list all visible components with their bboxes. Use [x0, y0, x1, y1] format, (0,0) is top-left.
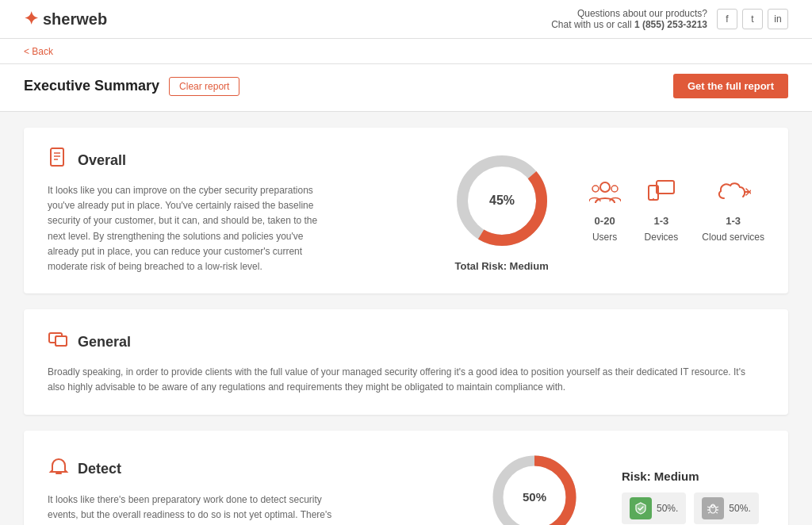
- detect-left: Detect It looks like there's been prepar…: [48, 456, 447, 525]
- overall-stats: 0-20 Users 1-3 Devices: [589, 179, 764, 243]
- nav-bar: < Back: [0, 39, 812, 64]
- linkedin-icon[interactable]: in: [768, 9, 788, 29]
- svg-rect-18: [56, 336, 67, 346]
- cloud-icon: [716, 179, 751, 210]
- svg-point-8: [592, 186, 599, 192]
- facebook-icon[interactable]: f: [717, 9, 737, 29]
- main-content: Overall It looks like you can improve on…: [0, 112, 812, 525]
- risk-area: Risk: Medium 50%.: [622, 469, 764, 524]
- svg-point-7: [600, 182, 610, 192]
- svg-text:50%: 50%: [523, 490, 546, 504]
- risk-badges: 50%.: [622, 492, 764, 524]
- shield-check-icon: [630, 497, 652, 519]
- overall-description: It looks like you can improve on the cyb…: [48, 183, 333, 274]
- general-card: General Broadly speaking, in order to pr…: [24, 309, 788, 414]
- svg-point-23: [710, 505, 716, 513]
- get-full-report-button[interactable]: Get the full report: [673, 74, 788, 98]
- cloud-range: 1-3: [726, 215, 741, 227]
- overall-donut-area: 45% Total Risk: Medium: [446, 149, 557, 272]
- top-bar: ✦ sherweb Questions about our products? …: [0, 0, 812, 39]
- svg-line-29: [716, 512, 718, 513]
- overall-title: Overall: [78, 152, 126, 169]
- detect-title: Detect: [78, 461, 121, 477]
- social-icons: f t in: [717, 9, 788, 29]
- overall-section: Overall It looks like you can improve on…: [48, 147, 764, 274]
- general-heading: General: [48, 328, 764, 355]
- page-title: Executive Summary: [24, 78, 159, 94]
- detect-donut-chart: 50%: [487, 450, 582, 526]
- detect-donut-area: 50%: [479, 450, 590, 526]
- svg-text:45%: 45%: [489, 194, 515, 207]
- risk-title: Risk: Medium: [622, 469, 764, 483]
- stat-cloud: 1-3 Cloud services: [702, 179, 764, 243]
- bug-icon: [702, 497, 724, 519]
- risk-badge-bug: 50%.: [694, 492, 758, 524]
- cloud-label: Cloud services: [702, 232, 764, 243]
- general-icon: [48, 328, 70, 355]
- risk-badge-shield-value: 50%.: [657, 503, 678, 514]
- svg-line-25: [716, 507, 718, 508]
- risk-badge-shield: 50%.: [622, 492, 686, 524]
- svg-rect-10: [657, 181, 674, 194]
- top-right-area: Questions about our products? Chat with …: [551, 8, 788, 30]
- svg-rect-0: [51, 148, 63, 166]
- risk-badge-bug-value: 50%.: [729, 503, 750, 514]
- page-title-area: Executive Summary Clear report: [24, 77, 239, 96]
- overall-risk-label: Total Risk: Medium: [455, 260, 549, 272]
- svg-line-28: [708, 512, 710, 513]
- svg-line-24: [707, 507, 710, 508]
- overall-card: Overall It looks like you can improve on…: [24, 128, 788, 293]
- devices-icon: [645, 179, 677, 210]
- svg-point-9: [611, 186, 618, 192]
- twitter-icon[interactable]: t: [742, 9, 763, 29]
- contact-info: Questions about our products? Chat with …: [551, 8, 707, 30]
- detect-section: Detect It looks like there's been prepar…: [48, 450, 764, 526]
- logo-text: sherweb: [43, 10, 107, 29]
- stat-devices: 1-3 Devices: [645, 179, 679, 243]
- users-range: 0-20: [595, 215, 615, 227]
- svg-point-30: [711, 504, 714, 508]
- devices-range: 1-3: [654, 215, 669, 227]
- general-description: Broadly speaking, in order to provide cl…: [48, 365, 764, 395]
- general-title: General: [78, 334, 131, 351]
- overall-donut-chart: 45%: [450, 149, 553, 252]
- detect-card: Detect It looks like there's been prepar…: [24, 431, 788, 526]
- contact-chat-prefix: Chat with us or call: [551, 19, 634, 30]
- stat-users: 0-20 Users: [589, 179, 621, 243]
- clear-report-button[interactable]: Clear report: [169, 77, 239, 96]
- logo-icon: ✦: [24, 9, 38, 29]
- overall-heading: Overall: [48, 147, 415, 174]
- overall-icon: [48, 147, 70, 174]
- contact-line1: Questions about our products?: [577, 8, 707, 19]
- page-header: Executive Summary Clear report Get the f…: [0, 64, 812, 112]
- users-icon: [589, 179, 621, 210]
- back-link[interactable]: < Back: [24, 46, 53, 57]
- overall-left: Overall It looks like you can improve on…: [48, 147, 415, 274]
- users-label: Users: [592, 232, 617, 243]
- detect-description: It looks like there's been preparatory w…: [48, 492, 333, 525]
- devices-label: Devices: [645, 232, 679, 243]
- logo: ✦ sherweb: [24, 9, 107, 29]
- contact-phone: 1 (855) 253-3213: [634, 19, 707, 30]
- detect-heading: Detect: [48, 456, 447, 483]
- detect-icon: [48, 456, 70, 483]
